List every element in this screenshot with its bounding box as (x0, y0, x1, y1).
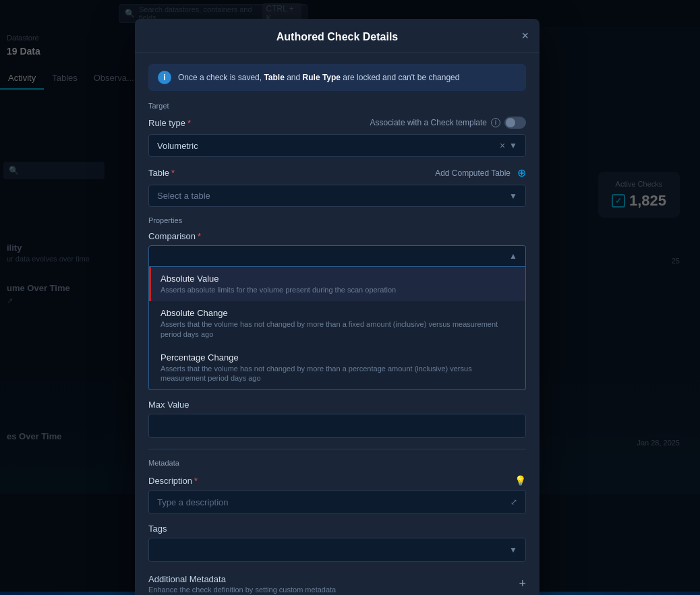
rule-type-chevron-icon: ▼ (509, 141, 517, 150)
close-button[interactable]: × (521, 30, 529, 42)
rule-type-row: Rule type * Associate with a Check templ… (148, 117, 526, 129)
associate-toggle[interactable] (504, 117, 526, 129)
expand-icon[interactable]: ⤢ (511, 497, 517, 507)
option-absolute-change-name: Absolute Change (161, 308, 516, 318)
metadata-section: Metadata Description * 💡 Type a descript… (148, 449, 526, 595)
option-percentage-change[interactable]: Percentage Change Asserts that the volum… (149, 346, 525, 390)
add-computed-row: Add Computed Table ⊕ (435, 166, 526, 179)
comparison-select[interactable]: ▲ (148, 245, 526, 267)
associate-label: Associate with a Check template (370, 118, 487, 127)
rule-type-label: Rule type * (148, 118, 191, 128)
metadata-label: Metadata (148, 459, 526, 467)
clear-rule-type-button[interactable]: × (500, 140, 505, 151)
info-banner: i Once a check is saved, Table and Rule … (148, 64, 526, 91)
tags-chevron-icon: ▼ (509, 545, 517, 555)
table-label: Table * (148, 168, 175, 178)
table-chevron-icon: ▼ (509, 191, 517, 201)
option-percentage-change-desc: Asserts that the volume has not changed … (161, 364, 516, 383)
table-select[interactable]: Select a table ▼ (148, 185, 526, 207)
associate-info-icon[interactable]: i (491, 118, 500, 127)
bulb-icon: 💡 (515, 475, 526, 486)
add-computed-icon[interactable]: ⊕ (517, 166, 526, 179)
info-text: Once a check is saved, Table and Rule Ty… (178, 72, 459, 84)
option-percentage-change-name: Percentage Change (161, 352, 516, 363)
additional-meta-title: Additional Metadata (148, 574, 336, 584)
add-computed-label: Add Computed Table (435, 168, 511, 178)
rule-type-required: * (187, 118, 191, 128)
associate-template-row: Associate with a Check template i (370, 117, 526, 129)
rule-type-select[interactable]: Volumetric × ▼ (148, 134, 526, 157)
tags-input[interactable]: ▼ (148, 538, 526, 562)
authored-check-modal: Authored Check Details × i Once a check … (135, 19, 539, 595)
comparison-dropdown: Absolute Value Asserts absolute limits f… (148, 267, 526, 390)
table-placeholder: Select a table (157, 191, 210, 201)
modal-body: i Once a check is saved, Table and Rule … (135, 53, 539, 595)
option-absolute-change-desc: Asserts that the volume has not changed … (161, 319, 516, 339)
max-value-input[interactable] (148, 414, 526, 438)
max-value-label: Max Value (148, 400, 526, 410)
description-label: Description * (148, 476, 198, 486)
description-placeholder: Type a description (157, 497, 229, 507)
target-section-label: Target (148, 102, 526, 110)
table-row: Table * Add Computed Table ⊕ (148, 166, 526, 179)
comparison-chevron-icon: ▲ (509, 251, 517, 261)
additional-meta-plus-button[interactable]: + (519, 577, 526, 591)
select-actions: × ▼ (500, 140, 517, 151)
description-required: * (194, 476, 198, 486)
option-absolute-value-name: Absolute Value (161, 274, 516, 284)
description-row: Description * 💡 (148, 475, 526, 486)
modal-title: Authored Check Details (276, 31, 398, 43)
description-input[interactable]: Type a description ⤢ (148, 490, 526, 514)
option-absolute-value[interactable]: Absolute Value Asserts absolute limits f… (149, 267, 525, 301)
comparison-required: * (198, 231, 201, 241)
option-absolute-change[interactable]: Absolute Change Asserts that the volume … (149, 301, 525, 346)
rule-type-value: Volumetric (157, 141, 500, 151)
additional-meta-content: Additional Metadata Enhance the check de… (148, 574, 336, 594)
modal-header: Authored Check Details × (135, 19, 539, 53)
comparison-label: Comparison * (148, 231, 526, 241)
option-absolute-value-desc: Asserts absolute limits for the volume p… (161, 285, 516, 294)
info-icon: i (158, 71, 171, 84)
additional-meta-desc: Enhance the check definition by setting … (148, 586, 336, 594)
tags-label: Tags (148, 524, 526, 534)
table-required: * (171, 168, 175, 178)
properties-label: Properties (148, 216, 526, 224)
additional-metadata-row: Additional Metadata Enhance the check de… (148, 571, 526, 595)
properties-section: Properties Comparison * ▲ Absolute Value… (148, 216, 526, 438)
